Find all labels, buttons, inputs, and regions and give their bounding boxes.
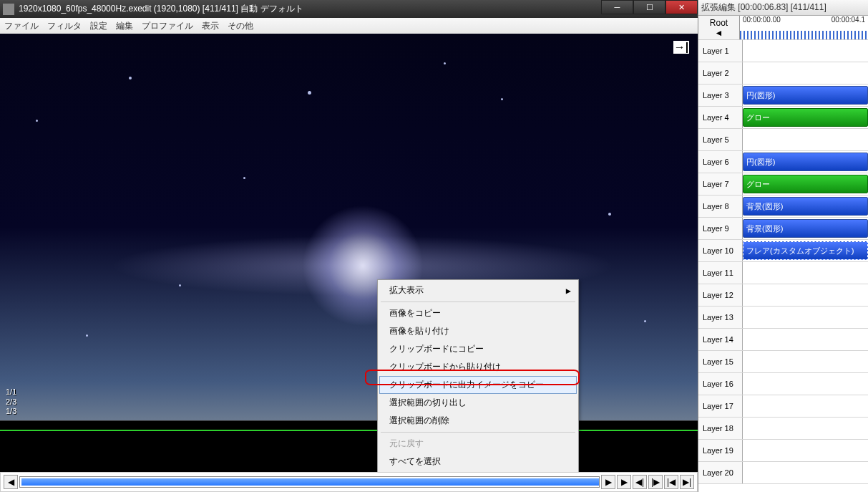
- layer-label[interactable]: Layer 10: [698, 240, 743, 261]
- ctx-zoom[interactable]: 拡大表示▶: [379, 281, 577, 299]
- layer-track[interactable]: 背景(図形): [743, 218, 868, 239]
- seek-right-icon[interactable]: ▶: [601, 475, 615, 489]
- layer-row[interactable]: Layer 8背景(図形): [698, 196, 868, 218]
- step-fwd-button[interactable]: |▶: [648, 475, 663, 489]
- layer-track[interactable]: 円(図形): [743, 85, 868, 106]
- layer-track[interactable]: [743, 373, 868, 395]
- layer-row[interactable]: Layer 1: [698, 40, 868, 62]
- layer-row[interactable]: Layer 9背景(図形): [698, 218, 868, 240]
- layer-track[interactable]: [743, 62, 868, 84]
- menu-settings[interactable]: 設定: [90, 20, 107, 32]
- layer-label[interactable]: Layer 12: [698, 284, 743, 306]
- layer-row[interactable]: Layer 19: [698, 440, 868, 462]
- step-back-button[interactable]: ◀|: [633, 475, 647, 489]
- menu-edit[interactable]: 編集: [116, 20, 133, 32]
- layer-label[interactable]: Layer 6: [698, 151, 743, 173]
- layer-track[interactable]: [743, 262, 868, 284]
- layer-track[interactable]: [743, 351, 868, 372]
- preview-area[interactable]: →| 1/1 2/3 1/3 拡大表示▶ 画像をコピー 画像を貼り付け クリップ…: [0, 34, 698, 472]
- layer-track[interactable]: グロー: [743, 173, 868, 195]
- layer-row[interactable]: Layer 3円(図形): [698, 85, 868, 107]
- ctx-paste-image[interactable]: 画像を貼り付け: [379, 322, 577, 340]
- play-button[interactable]: ▶: [617, 475, 631, 489]
- preview-canvas[interactable]: →| 1/1 2/3 1/3: [0, 34, 698, 420]
- menu-filter[interactable]: フィルタ: [47, 20, 82, 32]
- timeline-ruler[interactable]: 00:00:00.00 00:00:04.1: [740, 16, 868, 39]
- seek-left-icon[interactable]: ◀: [4, 475, 18, 489]
- layer-track[interactable]: [743, 129, 868, 150]
- layer-label[interactable]: Layer 3: [698, 85, 743, 106]
- layer-label[interactable]: Layer 19: [698, 440, 743, 461]
- layer-label[interactable]: Layer 18: [698, 418, 743, 439]
- ctx-delete-selection[interactable]: 選択範囲の削除: [379, 412, 577, 430]
- layer-label[interactable]: Layer 11: [698, 262, 743, 284]
- layer-row[interactable]: Layer 6円(図形): [698, 151, 868, 173]
- menu-file[interactable]: ファイル: [4, 20, 39, 32]
- ctx-copy-output-image[interactable]: クリップボードに出力イメージをコピー: [379, 376, 577, 394]
- layer-label[interactable]: Layer 20: [698, 462, 743, 483]
- ctx-copy-image[interactable]: 画像をコピー: [379, 304, 577, 322]
- layer-track[interactable]: 背景(図形): [743, 196, 868, 217]
- menu-view[interactable]: 表示: [202, 20, 219, 32]
- timeline-clip[interactable]: 円(図形): [743, 153, 868, 171]
- timeline-clip[interactable]: 背景(図形): [743, 219, 868, 238]
- layer-track[interactable]: フレア(カスタムオブジェクト): [743, 240, 868, 261]
- seek-slider[interactable]: [19, 476, 600, 488]
- layer-label[interactable]: Layer 15: [698, 351, 743, 372]
- layer-label[interactable]: Layer 14: [698, 329, 743, 350]
- layer-row[interactable]: Layer 7グロー: [698, 173, 868, 196]
- layer-row[interactable]: Layer 2: [698, 62, 868, 85]
- layer-track[interactable]: 円(図形): [743, 151, 868, 173]
- root-button[interactable]: Root ◄: [698, 16, 740, 39]
- timeline-clip[interactable]: フレア(カスタムオブジェクト): [743, 241, 868, 260]
- layer-track[interactable]: グロー: [743, 107, 868, 128]
- goto-end-button[interactable]: ▶|: [680, 475, 694, 489]
- menu-profile[interactable]: プロファイル: [142, 20, 193, 32]
- close-button[interactable]: ✕: [665, 0, 698, 14]
- menu-other[interactable]: その他: [228, 20, 253, 32]
- layer-track[interactable]: [743, 307, 868, 328]
- timeline-clip[interactable]: グロー: [743, 108, 868, 127]
- layer-label[interactable]: Layer 13: [698, 307, 743, 328]
- ctx-copy-clipboard[interactable]: クリップボードにコピー: [379, 340, 577, 358]
- goto-start-button[interactable]: |◀: [664, 475, 678, 489]
- layer-label[interactable]: Layer 4: [698, 107, 743, 128]
- layer-row[interactable]: Layer 4グロー: [698, 107, 868, 129]
- ctx-cut-selection[interactable]: 選択範囲の切り出し: [379, 394, 577, 412]
- layer-row[interactable]: Layer 5: [698, 129, 868, 151]
- layer-track[interactable]: [743, 40, 868, 62]
- layer-track[interactable]: [743, 395, 868, 417]
- layer-row[interactable]: Layer 17: [698, 395, 868, 418]
- layer-track[interactable]: [743, 418, 868, 439]
- layer-label[interactable]: Layer 16: [698, 373, 743, 395]
- layer-row[interactable]: Layer 18: [698, 418, 868, 440]
- titlebar[interactable]: 1920x1080_60fps_48000Hz.exedit (1920,108…: [0, 0, 698, 18]
- collapse-icon[interactable]: →|: [673, 41, 689, 54]
- layer-row[interactable]: Layer 15: [698, 351, 868, 373]
- layer-label[interactable]: Layer 17: [698, 395, 743, 417]
- layer-label[interactable]: Layer 8: [698, 196, 743, 217]
- minimize-button[interactable]: ─: [601, 0, 633, 14]
- layer-track[interactable]: [743, 462, 868, 483]
- ctx-paste-clipboard[interactable]: クリップボードから貼り付け: [379, 358, 577, 376]
- layer-label[interactable]: Layer 2: [698, 62, 743, 84]
- ctx-select-all[interactable]: すべてを選択: [379, 453, 577, 471]
- timeline-clip[interactable]: 円(図形): [743, 86, 868, 105]
- layer-track[interactable]: [743, 440, 868, 461]
- layer-track[interactable]: [743, 329, 868, 350]
- layer-label[interactable]: Layer 7: [698, 173, 743, 195]
- maximize-button[interactable]: ☐: [633, 0, 665, 14]
- layer-label[interactable]: Layer 1: [698, 40, 743, 62]
- layer-row[interactable]: Layer 14: [698, 329, 868, 351]
- layer-track[interactable]: [743, 284, 868, 306]
- timeline-clip[interactable]: グロー: [743, 175, 868, 193]
- layer-label[interactable]: Layer 9: [698, 218, 743, 239]
- layer-label[interactable]: Layer 5: [698, 129, 743, 150]
- layer-row[interactable]: Layer 12: [698, 284, 868, 307]
- layer-row[interactable]: Layer 10フレア(カスタムオブジェクト): [698, 240, 868, 262]
- timeline-title[interactable]: 拡張編集 [00:00:06.83] [411/411]: [698, 0, 868, 16]
- layer-row[interactable]: Layer 16: [698, 373, 868, 395]
- layer-row[interactable]: Layer 13: [698, 307, 868, 329]
- layer-row[interactable]: Layer 20: [698, 462, 868, 484]
- timeline-clip[interactable]: 背景(図形): [743, 197, 868, 216]
